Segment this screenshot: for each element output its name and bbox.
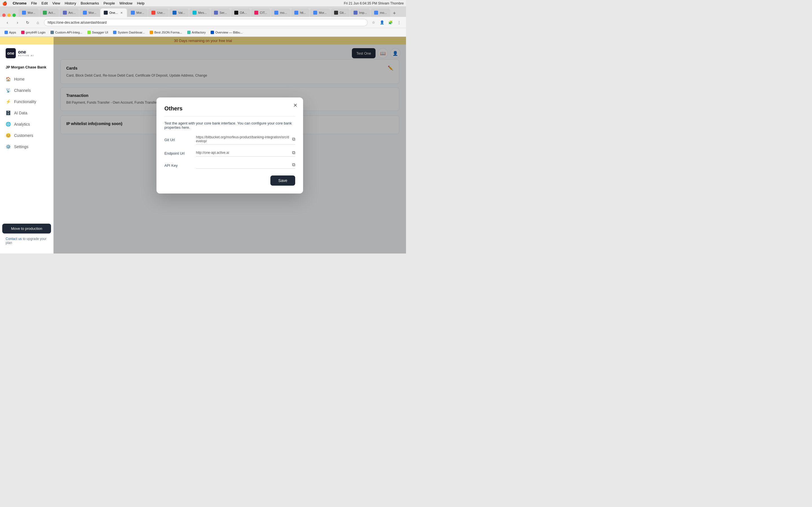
tab-18[interactable]: mo... bbox=[371, 8, 390, 17]
ai-data-icon: 🗄️ bbox=[6, 110, 11, 115]
menu-file[interactable]: File bbox=[31, 1, 37, 5]
tab-12[interactable]: CIT... bbox=[251, 8, 271, 17]
sidebar-item-channels[interactable]: 📡 Channels bbox=[2, 85, 51, 96]
close-window-btn[interactable] bbox=[2, 13, 6, 17]
menu-help[interactable]: Help bbox=[137, 1, 145, 5]
menu-view[interactable]: View bbox=[52, 1, 60, 5]
git-url-value: https://bitbucket.org/morfeus-product/ba… bbox=[196, 135, 290, 143]
sidebar-label-home: Home bbox=[14, 77, 24, 81]
tab-bar: Mor... Act... Arc... Mor... One... ✕ Mor… bbox=[0, 7, 406, 17]
tab-1[interactable]: Mor... bbox=[18, 8, 39, 17]
save-button[interactable]: Save bbox=[270, 175, 295, 186]
browser-chrome: Mor... Act... Arc... Mor... One... ✕ Mor… bbox=[0, 7, 406, 37]
copy-icon: ⧉ bbox=[292, 162, 295, 167]
extensions-icon[interactable]: 🧩 bbox=[387, 19, 394, 26]
bookmark-bitbucket[interactable]: Overview — Bitbu... bbox=[208, 29, 245, 36]
bookmark-label: Apps bbox=[9, 31, 16, 34]
company-name: JP Morgan Chase Bank bbox=[0, 63, 53, 74]
modal-title: Others bbox=[164, 105, 295, 112]
sidebar-item-analytics[interactable]: 🌐 Analytics bbox=[2, 119, 51, 129]
tab-7[interactable]: Use... bbox=[148, 8, 168, 17]
endpoint-url-copy-button[interactable]: ⧉ bbox=[292, 150, 295, 155]
home-button[interactable]: ⌂ bbox=[34, 18, 42, 26]
bookmark-label: Swagger UI bbox=[92, 31, 108, 34]
minimize-window-btn[interactable] bbox=[7, 13, 11, 17]
sidebar-item-settings[interactable]: ⚙️ Settings bbox=[2, 142, 51, 152]
back-button[interactable]: ‹ bbox=[3, 18, 11, 26]
tab-10[interactable]: Ser... bbox=[211, 8, 231, 17]
logo-main-text: one bbox=[18, 50, 34, 54]
bookmark-json[interactable]: Best JSON Forma... bbox=[147, 29, 184, 36]
menu-dots-icon[interactable]: ⋮ bbox=[395, 19, 403, 26]
tab-16[interactable]: Git... bbox=[331, 8, 350, 17]
new-tab-button[interactable]: + bbox=[391, 10, 398, 17]
modal-description: Test the agent with your core bank inter… bbox=[164, 121, 295, 129]
tab-13[interactable]: mo... bbox=[271, 8, 290, 17]
sidebar-item-customers[interactable]: 😊 Customers bbox=[2, 130, 51, 141]
modal-close-button[interactable]: ✕ bbox=[292, 102, 299, 109]
sidebar-item-functionality[interactable]: ⚡ Functionality bbox=[2, 96, 51, 107]
tab-3[interactable]: Arc... bbox=[59, 8, 79, 17]
api-key-field: API Key ⧉ bbox=[164, 162, 295, 169]
tab-15[interactable]: Mor... bbox=[310, 8, 330, 17]
others-modal: ✕ Others Test the agent with your core b… bbox=[156, 98, 303, 193]
api-key-input-wrap: ⧉ bbox=[196, 162, 295, 169]
app-container: 30 Days remaining on your free trial one… bbox=[0, 37, 406, 253]
analytics-icon: 🌐 bbox=[6, 122, 11, 127]
address-bar[interactable]: https://one-dev.active.ai/userdashboard bbox=[44, 19, 368, 26]
endpoint-url-input-wrap: http://one-api.active.ai ⧉ bbox=[196, 150, 295, 157]
menu-bookmarks[interactable]: Bookmarks bbox=[81, 1, 99, 5]
sidebar-nav: 🏠 Home 📡 Channels ⚡ Functionality 🗄️ AI … bbox=[0, 74, 53, 221]
channels-icon: 📡 bbox=[6, 88, 11, 93]
tab-4[interactable]: Mor... bbox=[80, 8, 100, 17]
sidebar-item-ai-data[interactable]: 🗄️ AI Data bbox=[2, 108, 51, 118]
fullscreen-window-btn[interactable] bbox=[12, 13, 16, 17]
bookmark-label: greytHR Login bbox=[26, 31, 45, 34]
tab-9[interactable]: Mes... bbox=[189, 8, 210, 17]
sidebar-label-channels: Channels bbox=[14, 88, 31, 93]
api-key-copy-button[interactable]: ⧉ bbox=[292, 162, 295, 167]
menu-window[interactable]: Window bbox=[119, 1, 132, 5]
menu-chrome[interactable]: Chrome bbox=[13, 1, 27, 5]
reload-button[interactable]: ↻ bbox=[24, 18, 32, 26]
settings-icon: ⚙️ bbox=[6, 144, 11, 149]
menu-bar: 🍎 Chrome File Edit View History Bookmark… bbox=[0, 0, 406, 7]
tab-6[interactable]: Mor... bbox=[128, 8, 148, 17]
bookmarks-star-icon[interactable]: ☆ bbox=[370, 19, 377, 26]
bookmark-greyhr[interactable]: greytHR Login bbox=[19, 29, 48, 36]
forward-button[interactable]: › bbox=[13, 18, 21, 26]
apple-menu[interactable]: 🍎 bbox=[2, 1, 7, 6]
modal-overlay[interactable]: ✕ Others Test the agent with your core b… bbox=[54, 37, 406, 253]
bookmark-label: Custom-API-Integ... bbox=[55, 31, 82, 34]
menu-edit[interactable]: Edit bbox=[42, 1, 48, 5]
git-url-copy-button[interactable]: ⧉ bbox=[292, 136, 295, 142]
bookmarks-bar: Apps greytHR Login Custom-API-Integ... S… bbox=[0, 28, 406, 37]
tab-close-icon[interactable]: ✕ bbox=[119, 11, 123, 15]
tab-14[interactable]: htt... bbox=[291, 8, 309, 17]
tab-2[interactable]: Act... bbox=[40, 8, 59, 17]
tab-8[interactable]: Vat... bbox=[169, 8, 189, 17]
bookmark-system-dash[interactable]: System Dashboar... bbox=[111, 29, 147, 36]
user-profile-icon[interactable]: 👤 bbox=[378, 19, 386, 26]
bookmark-custom-api[interactable]: Custom-API-Integ... bbox=[48, 29, 85, 36]
menu-bar-right-info: Fri 21 Jun 6:04:35 PM Shivam Thombre bbox=[344, 1, 404, 5]
main-content: Test One 📖 👤 Cards ✏️ Card, Block Debit … bbox=[54, 37, 406, 253]
move-to-production-button[interactable]: Move to production bbox=[2, 224, 51, 233]
menu-people[interactable]: People bbox=[103, 1, 115, 5]
bookmark-artifactory[interactable]: Artifactory bbox=[185, 29, 208, 36]
bookmark-swagger[interactable]: Swagger UI bbox=[85, 29, 110, 36]
menu-history[interactable]: History bbox=[64, 1, 76, 5]
bookmark-apps[interactable]: Apps bbox=[2, 29, 18, 36]
traffic-lights bbox=[2, 13, 16, 17]
tab-11[interactable]: OA... bbox=[231, 8, 250, 17]
contact-us-link[interactable]: Contact us bbox=[6, 237, 22, 241]
sidebar-logo: one one ACTIVE.AI bbox=[0, 48, 53, 63]
git-url-input-wrap: https://bitbucket.org/morfeus-product/ba… bbox=[196, 135, 295, 145]
copy-icon: ⧉ bbox=[292, 150, 295, 155]
sidebar-label-ai-data: AI Data bbox=[14, 111, 28, 115]
tab-17[interactable]: Imp... bbox=[350, 8, 370, 17]
sidebar-label-customers: Customers bbox=[14, 133, 33, 138]
tab-active[interactable]: One... ✕ bbox=[100, 8, 127, 17]
sidebar-item-home[interactable]: 🏠 Home bbox=[2, 74, 51, 84]
contact-us-text: Contact us to upgrade your plan bbox=[2, 233, 51, 245]
